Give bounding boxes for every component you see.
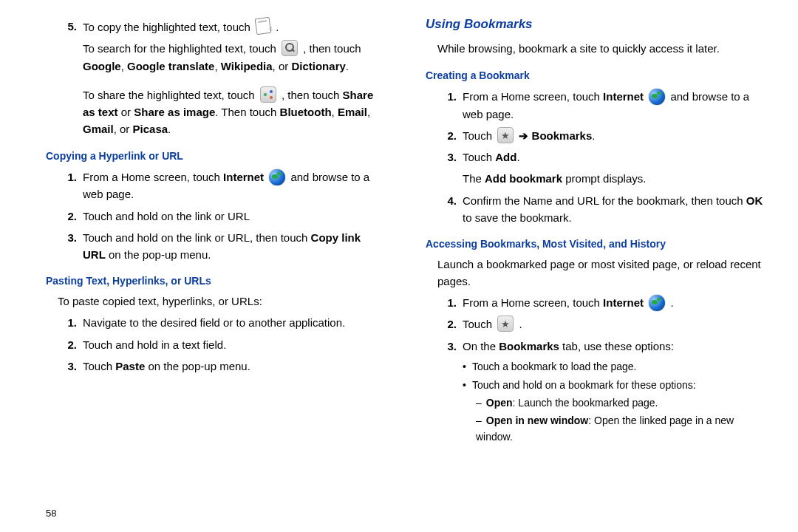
bold: Internet	[603, 296, 644, 309]
text: Touch a bookmark to load the page.	[472, 361, 637, 372]
bold: Open in new window	[486, 415, 588, 426]
step-5-cont-share: To share the highlighted text, touch , t…	[83, 86, 386, 138]
text: prompt displays.	[562, 172, 646, 185]
text: Touch and hold on a bookmark for these o…	[472, 379, 696, 391]
bold: Bookmarks	[532, 129, 593, 142]
subhead-pasting: Pasting Text, Hyperlinks, or URLs	[46, 273, 386, 290]
access-step-3: 3. On the Bookmarks tab, use these optio…	[437, 338, 765, 355]
step-body: From a Home screen, touch Internet and b…	[463, 88, 765, 123]
bullet-2: Touch and hold on a bookmark for these o…	[463, 378, 765, 394]
step-body: From a Home screen, touch Internet .	[463, 294, 765, 311]
text: .	[276, 21, 279, 33]
text: to save the bookmark.	[463, 211, 572, 224]
text: .	[516, 151, 519, 163]
text: or	[118, 106, 134, 118]
bold: Add	[495, 151, 516, 163]
text: tab, use these options:	[559, 340, 674, 352]
text: From a Home screen, touch	[83, 171, 223, 183]
page-number: 58	[46, 508, 56, 519]
step-body: Touch Add.	[463, 149, 765, 166]
step-body: Touch and hold in a text field.	[83, 336, 386, 353]
bold: Paste	[115, 360, 145, 372]
text: From a Home screen, touch	[463, 90, 603, 103]
bookmark-star-icon	[497, 316, 514, 332]
text: ,	[332, 106, 338, 118]
access-step-2: 2. Touch .	[437, 316, 765, 332]
text: on the pop-up menu.	[145, 360, 250, 372]
text: ,	[121, 60, 127, 72]
subhead-copying: Copying a Hyperlink or URL	[46, 149, 386, 165]
copy-icon	[255, 17, 272, 35]
text: , or	[114, 123, 133, 135]
step-5: 5. To copy the highlighted text, touch .	[58, 18, 386, 35]
text: Touch	[463, 151, 495, 163]
text: To share the highlighted text, touch	[83, 89, 255, 101]
bold: Email	[338, 106, 367, 118]
section-using-bookmarks: Using Bookmarks	[426, 15, 765, 34]
step-number: 3.	[58, 358, 77, 375]
globe-icon	[269, 169, 285, 185]
bookmark-star-icon	[497, 127, 514, 143]
step-number: 2.	[58, 208, 77, 225]
bold: Internet	[223, 171, 264, 183]
step-number: 1.	[58, 168, 77, 203]
bold: Google translate	[127, 60, 214, 72]
text: .	[592, 129, 595, 142]
text: .	[519, 318, 522, 330]
copy-step-1: 1. From a Home screen, touch Internet an…	[58, 168, 386, 203]
globe-icon	[649, 295, 665, 311]
text: . Then touch	[215, 106, 279, 118]
step-number: 3.	[437, 338, 457, 355]
bullet-1: Touch a bookmark to load the page.	[463, 359, 765, 375]
step-body: Touch Paste on the pop-up menu.	[83, 358, 386, 375]
step-5-cont-search: To search for the highlighted text, touc…	[83, 40, 386, 75]
text: To copy the highlighted text, touch	[83, 21, 250, 33]
text: , then touch	[282, 89, 343, 101]
step-body: From a Home screen, touch Internet and b…	[83, 168, 386, 203]
step-body: On the Bookmarks tab, use these options:	[463, 338, 765, 355]
step-number: 5.	[58, 18, 77, 35]
text: To search for the highlighted text, touc…	[83, 42, 276, 55]
subhead-accessing: Accessing Bookmarks, Most Visited, and H…	[426, 236, 765, 253]
sub-2: Open in new window: Open the linked page…	[476, 413, 765, 445]
text: Touch and hold on the link or URL, then …	[83, 231, 311, 244]
create-step-3-cont: The Add bookmark prompt displays.	[463, 170, 765, 187]
create-step-3: 3. Touch Add.	[437, 149, 765, 166]
bold: Google	[83, 60, 121, 72]
step-number: 3.	[58, 229, 77, 264]
subhead-creating: Creating a Bookmark	[426, 68, 765, 84]
step-body: Touch ➔ Bookmarks.	[463, 127, 765, 144]
access-intro: Launch a bookmarked page or most visited…	[437, 256, 765, 290]
manual-page: 5. To copy the highlighted text, touch .…	[0, 0, 798, 532]
text: on the pop-up menu.	[106, 248, 211, 261]
bold: Wikipedia	[221, 60, 273, 72]
step-number: 2.	[437, 316, 457, 332]
step-body: Touch and hold on the link or URL, then …	[83, 229, 386, 264]
step-number: 4.	[437, 192, 457, 227]
copy-step-3: 3. Touch and hold on the link or URL, th…	[58, 229, 386, 264]
text: Touch	[83, 360, 115, 372]
step-number: 1.	[437, 294, 457, 311]
bold: Internet	[603, 90, 644, 103]
bold: Dictionary	[291, 60, 345, 72]
paste-intro: To paste copied text, hyperlinks, or URL…	[58, 293, 386, 310]
arrow: ➔	[519, 129, 531, 142]
text: Touch	[463, 129, 495, 142]
paste-step-1: 1. Navigate to the desired field or to a…	[58, 314, 386, 331]
text: : Launch the bookmarked page.	[513, 397, 658, 409]
access-step-1: 1. From a Home screen, touch Internet .	[437, 294, 765, 311]
text: Touch	[463, 318, 495, 330]
step-number: 2.	[437, 127, 457, 144]
text: .	[168, 123, 171, 135]
create-step-4: 4. Confirm the Name and URL for the book…	[437, 192, 765, 227]
bold: Bookmarks	[499, 340, 559, 352]
bold: Add bookmark	[485, 172, 562, 185]
step-number: 1.	[58, 314, 77, 331]
step-body: Touch and hold on the link or URL	[83, 208, 386, 225]
text: , then touch	[303, 42, 361, 55]
step-body: Confirm the Name and URL for the bookmar…	[463, 192, 765, 227]
text: .	[670, 296, 673, 309]
step-number: 2.	[58, 336, 77, 353]
bold: Open	[486, 397, 513, 409]
paste-step-2: 2. Touch and hold in a text field.	[58, 336, 386, 353]
